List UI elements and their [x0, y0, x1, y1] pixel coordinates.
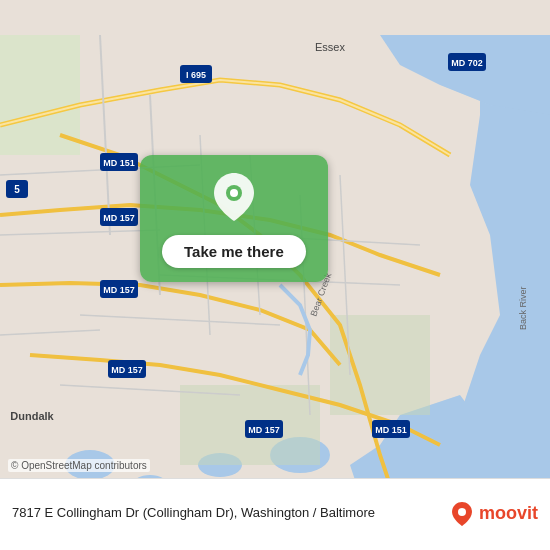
svg-rect-6 — [330, 315, 430, 415]
svg-text:I 695: I 695 — [186, 70, 206, 80]
take-me-there-container: Take me there — [140, 155, 328, 282]
address-label: 7817 E Collingham Dr (Collingham Dr), Wa… — [12, 505, 440, 522]
svg-text:MD 157: MD 157 — [111, 365, 143, 375]
location-pin-area: Take me there — [140, 155, 328, 282]
copyright-text: © OpenStreetMap contributors — [8, 459, 150, 472]
moovit-pin-icon — [448, 500, 476, 528]
svg-point-47 — [458, 508, 466, 516]
svg-text:Dundalk: Dundalk — [10, 410, 54, 422]
svg-text:MD 702: MD 702 — [451, 58, 483, 68]
svg-text:5: 5 — [14, 184, 20, 195]
moovit-brand-text: moovit — [479, 503, 538, 524]
svg-text:MD 157: MD 157 — [103, 213, 135, 223]
svg-point-46 — [230, 189, 238, 197]
svg-text:MD 151: MD 151 — [103, 158, 135, 168]
svg-text:MD 157: MD 157 — [103, 285, 135, 295]
svg-text:Essex: Essex — [315, 41, 345, 53]
take-me-there-button[interactable]: Take me there — [162, 235, 306, 268]
moovit-logo: moovit — [448, 500, 538, 528]
location-pin-icon — [214, 173, 254, 225]
map-container: I 695 MD 702 MD 151 MD 157 MD 157 MD 157… — [0, 0, 550, 550]
svg-text:MD 151: MD 151 — [375, 425, 407, 435]
bottom-bar: 7817 E Collingham Dr (Collingham Dr), Wa… — [0, 478, 550, 550]
svg-text:MD 157: MD 157 — [248, 425, 280, 435]
svg-text:Back River: Back River — [518, 286, 528, 330]
